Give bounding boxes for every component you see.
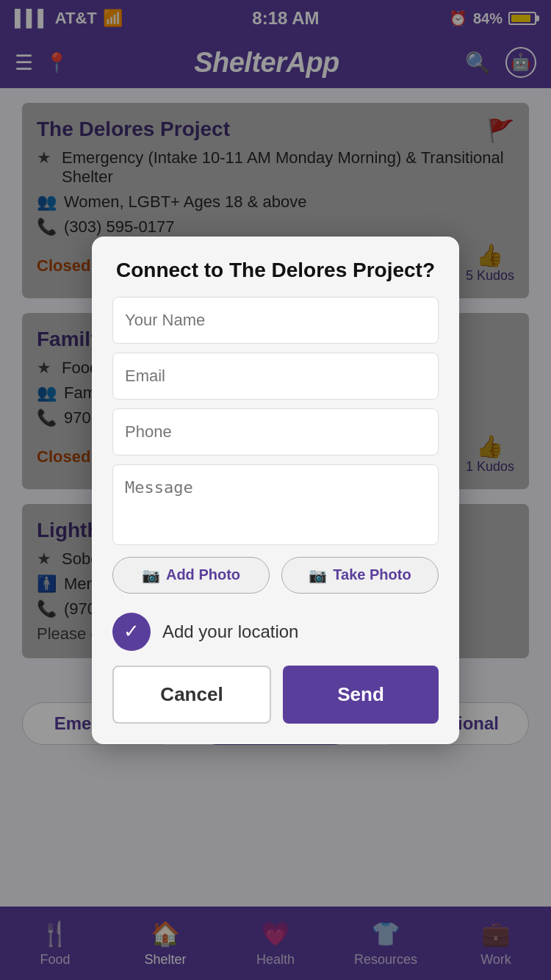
add-photo-icon: 📷	[142, 566, 160, 584]
send-button[interactable]: Send	[283, 666, 439, 724]
email-input[interactable]	[112, 353, 439, 400]
location-label: Add your location	[162, 621, 298, 642]
location-check-button[interactable]: ✓	[112, 613, 151, 651]
cancel-button[interactable]: Cancel	[112, 666, 271, 724]
take-photo-label: Take Photo	[333, 566, 411, 583]
check-icon: ✓	[123, 620, 140, 643]
take-photo-icon: 📷	[309, 566, 327, 584]
phone-input[interactable]	[112, 408, 439, 455]
location-row: ✓ Add your location	[112, 605, 439, 666]
take-photo-button[interactable]: 📷 Take Photo	[281, 557, 439, 594]
message-input[interactable]	[112, 464, 439, 545]
add-photo-label: Add Photo	[166, 566, 240, 583]
add-photo-button[interactable]: 📷 Add Photo	[112, 557, 270, 594]
name-input[interactable]	[112, 297, 439, 344]
connect-modal: Connect to The Delores Project? 📷 Add Ph…	[92, 237, 459, 744]
modal-overlay[interactable]: Connect to The Delores Project? 📷 Add Ph…	[0, 0, 551, 980]
photo-buttons: 📷 Add Photo 📷 Take Photo	[112, 557, 439, 594]
modal-buttons: Cancel Send	[112, 666, 439, 724]
modal-title: Connect to The Delores Project?	[112, 259, 439, 282]
